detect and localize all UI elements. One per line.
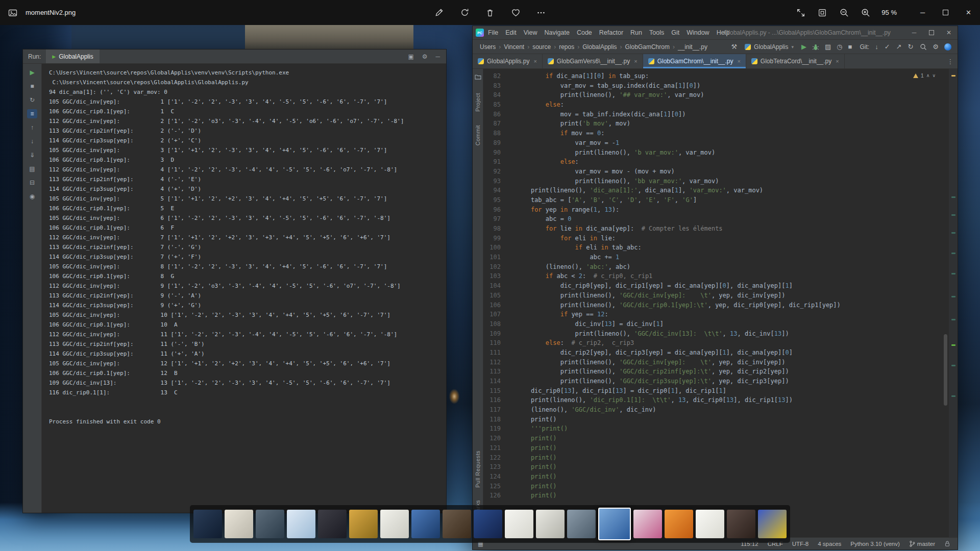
indent-setting[interactable]: 4 spaces [818,541,841,547]
code-line[interactable]: print() [516,491,949,500]
menu-code[interactable]: Code [577,29,592,36]
code-line[interactable]: print(lineno(), 'GGC/dic_inv[yep]: \t', … [516,291,949,300]
tool-window-button-pull-requests[interactable]: Pull Requests [475,450,481,488]
code-line[interactable]: var_mov = tab_sup.index(dic_ana[1][0]) [516,81,949,91]
filmstrip-thumbnail[interactable] [256,510,284,538]
code-line[interactable]: print(lineno(), 'GGC/dic_inv[13]: \t\t',… [516,329,949,339]
code-area[interactable]: if dic_ana[1][0] in tab_sup: var_mov = t… [508,69,949,537]
filmstrip-thumbnail[interactable] [633,510,662,538]
code-line[interactable]: print(lineno(), 'GGC/dic_rip0.1[yep]:\t'… [516,300,949,310]
filmstrip-thumbnail[interactable] [287,510,315,538]
console-output[interactable]: C:\Users\Vincent\source\repos\GlobalAppl… [42,64,446,513]
python-interpreter[interactable]: Python 3.10 (venv) [850,541,900,547]
update-project-icon[interactable]: ↓ [875,43,878,51]
search-everywhere-icon[interactable] [920,43,927,51]
code-line[interactable]: else: [516,100,949,110]
pin-tab-icon[interactable]: ◉ [27,192,37,201]
editor-scrollbar[interactable] [944,334,947,406]
zoom-in-icon[interactable] [860,8,870,18]
code-line[interactable]: if eli in tab_abc: [516,243,949,253]
prev-issue-icon[interactable]: ∧ [926,73,930,78]
code-line[interactable]: if mov == 0: [516,129,949,138]
code-line[interactable]: print('b mov', mov) [516,119,949,129]
code-line[interactable]: abc = 0 [516,214,949,224]
run-configuration-select[interactable]: GlobalApplis ▾ [743,42,796,52]
filmstrip-thumbnail[interactable] [411,510,440,538]
code-line[interactable]: (lineno(), 'abc:', abc) [516,262,949,272]
print-icon[interactable]: ▤ [27,164,37,173]
menu-refactor[interactable]: Refactor [599,29,623,36]
code-line[interactable]: else: [516,157,949,167]
commit-icon[interactable]: ✓ [885,43,890,51]
code-line[interactable]: (lineno(), 'GGC/dic_inv', dic_inv) [516,405,949,415]
inspections-widget[interactable]: 1 ∧ ∨ [913,72,936,79]
filmstrip-thumbnail[interactable] [567,510,596,538]
filmstrip-thumbnail[interactable] [665,510,693,538]
restore-layout-icon[interactable]: ↻ [27,95,37,105]
code-line[interactable]: print(lineno(), 'GGC/dic_rip2inf[yep]:\t… [516,367,949,377]
breadcrumb-item[interactable]: GlobalApplis [582,43,617,51]
ide-maximize-button[interactable] [923,26,940,39]
soft-wrap-icon[interactable]: ≡ [27,109,37,118]
code-line[interactable]: dic_rip0[13], dic_rip1[13] = dic_rip0[1]… [516,386,949,396]
code-line[interactable]: print(lineno(), 'bb var_mov:', var_mov) [516,177,949,186]
menu-file[interactable]: File [488,29,498,36]
code-line[interactable]: var_mov = -1 [516,138,949,148]
editor-tab[interactable]: GlobGamVers6\__init__.py× [543,54,643,68]
settings-icon[interactable]: ⚙ [422,53,428,60]
close-tab-icon[interactable]: × [737,58,740,64]
stop-icon[interactable]: ■ [848,43,852,51]
next-issue-icon[interactable]: ∨ [932,73,936,78]
push-icon[interactable]: ↗ [896,43,902,51]
ide-minimize-button[interactable]: ─ [905,26,923,39]
filmstrip-thumbnail[interactable] [696,510,724,538]
more-icon[interactable] [536,8,546,18]
minimize-button[interactable]: ─ [911,0,934,25]
up-the-stack-trace-icon[interactable]: ↑ [27,123,37,132]
filmstrip-thumbnail[interactable] [349,510,378,538]
menu-git[interactable]: Git [671,29,679,36]
breadcrumb-item[interactable]: source [532,43,551,51]
lock-icon[interactable] [944,540,950,547]
close-tab-icon[interactable]: × [836,58,839,64]
maximize-button[interactable] [934,0,957,25]
code-line[interactable]: mov = tab_inf.index(dic_ana[1][0]) [516,110,949,119]
code-line[interactable]: dic_rip2[yep], dic_rip3[yep] = dic_ana[y… [516,348,949,358]
code-with-me-icon[interactable] [944,43,951,51]
hide-icon[interactable]: ─ [435,53,440,60]
editor-tab[interactable]: GlobTetraCord\__init__.py× [746,54,845,68]
filmstrip-thumbnail[interactable] [536,510,565,538]
history-icon[interactable]: ↻ [908,43,913,51]
code-line[interactable]: print() [516,462,949,472]
code-line[interactable]: if abc < 2: # c_rip0, c_rip1 [516,271,949,281]
scroll-to-end-icon[interactable]: ⇓ [27,151,37,160]
code-line[interactable]: print() [516,482,949,491]
code-line[interactable]: print(lineno(), '## var_mov:', var_mov) [516,90,949,100]
menu-run[interactable]: Run [630,29,642,36]
code-line[interactable]: '''print() [516,424,949,434]
code-line[interactable]: abc += 1 [516,253,949,262]
menu-window[interactable]: Window [687,29,709,36]
code-line[interactable]: dic_inv[13] = dic_inv[1] [516,319,949,329]
filmstrip-thumbnail[interactable] [443,510,471,538]
tool-window-button-commit[interactable]: Commit [475,125,481,145]
code-line[interactable]: print() [516,415,949,424]
code-line[interactable]: if dic_ana[1][0] in tab_sup: [516,71,949,81]
rerun-icon[interactable]: ▶ [27,68,37,77]
editor-tab[interactable]: GlobGamChrom\__init__.py× [643,54,746,68]
zoom-level[interactable]: 95 % [881,9,897,16]
code-line[interactable]: print(lineno(), 'GGC/dic_inv[yep]: \t', … [516,358,949,367]
photos-logo-icon[interactable] [7,7,18,18]
profiler-icon[interactable]: ◷ [837,43,842,51]
ide-close-button[interactable]: ✕ [940,26,958,39]
filmstrip-thumbnail[interactable] [318,510,347,538]
code-line[interactable]: print() [516,443,949,453]
menu-edit[interactable]: Edit [505,29,517,36]
rotate-icon[interactable] [459,8,470,18]
breadcrumb-item[interactable]: Vincent [504,43,524,51]
float-window-icon[interactable]: ▣ [408,53,413,60]
code-line[interactable]: print() [516,472,949,482]
code-line[interactable]: print(lineno(), 'b var_mov:', var_mov) [516,148,949,158]
edit-image-icon[interactable] [434,8,444,18]
tab-options-icon[interactable]: ⋮ [947,54,958,68]
